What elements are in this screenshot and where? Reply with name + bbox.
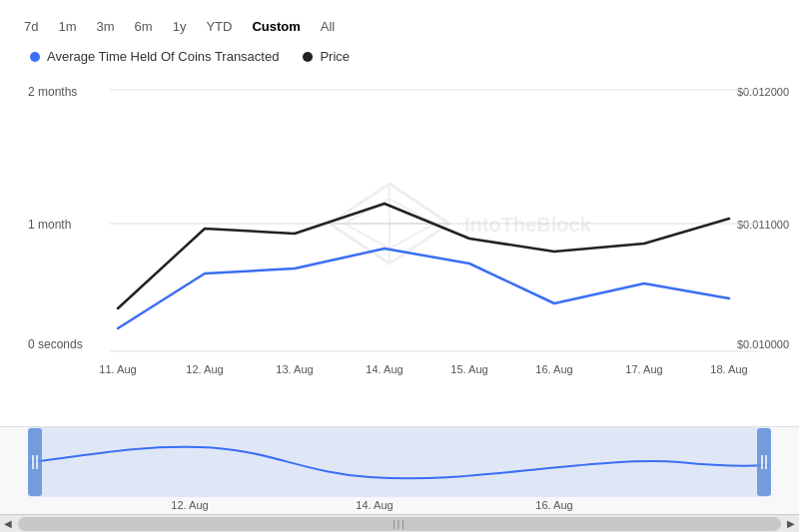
scrollbar[interactable]: ◀ ||| ▶ (0, 514, 799, 532)
time-range-toolbar: 7d1m3m6m1yYTDCustomAll (0, 10, 799, 45)
x-label-aug18: 18. Aug (710, 363, 747, 375)
chart-legend: Average Time Held Of Coins TransactedPri… (0, 45, 799, 74)
legend-item-black: Price (303, 49, 350, 64)
legend-item-blue: Average Time Held Of Coins Transacted (30, 49, 279, 64)
time-btn-7d[interactable]: 7d (16, 16, 46, 37)
time-btn-1y[interactable]: 1y (165, 16, 195, 37)
scroll-right-arrow[interactable]: ▶ (783, 516, 799, 532)
time-btn-custom[interactable]: Custom (244, 16, 308, 37)
x-label-aug17: 17. Aug (625, 363, 662, 375)
svg-text:IntoTheBlock: IntoTheBlock (464, 214, 592, 236)
y-right-label-2: $0.011000 (737, 219, 789, 231)
scrollbar-thumb[interactable]: ||| (18, 517, 781, 531)
x-label-aug13: 13. Aug (276, 363, 313, 375)
y-label-2months: 2 months (28, 85, 77, 99)
navigator-svg: 12. Aug 14. Aug 16. Aug (0, 427, 799, 514)
nav-x-aug14: 14. Aug (356, 499, 393, 511)
time-btn-all[interactable]: All (313, 16, 343, 37)
legend-label-blue: Average Time Held Of Coins Transacted (47, 49, 279, 64)
legend-dot-black (303, 52, 313, 62)
nav-x-aug12: 12. Aug (171, 499, 208, 511)
time-btn-ytd[interactable]: YTD (198, 16, 240, 37)
x-label-aug15: 15. Aug (450, 363, 487, 375)
legend-label-black: Price (320, 49, 350, 64)
main-chart-svg: 2 months 1 month 0 seconds $0.012000 $0.… (0, 74, 799, 393)
x-label-aug11: 11. Aug (99, 363, 136, 375)
y-right-label-1: $0.012000 (737, 86, 789, 98)
nav-handle-right[interactable] (757, 428, 771, 496)
main-chart-area: 2 months 1 month 0 seconds $0.012000 $0.… (0, 74, 799, 426)
legend-dot-blue (30, 52, 40, 62)
scroll-left-arrow[interactable]: ◀ (0, 516, 16, 532)
main-container: 7d1m3m6m1yYTDCustomAll Average Time Held… (0, 0, 799, 532)
nav-x-aug16: 16. Aug (535, 499, 572, 511)
time-btn-1m[interactable]: 1m (50, 16, 84, 37)
y-label-0seconds: 0 seconds (28, 337, 83, 351)
x-label-aug14: 14. Aug (366, 363, 402, 375)
x-label-aug12: 12. Aug (186, 363, 223, 375)
time-btn-6m[interactable]: 6m (127, 16, 161, 37)
scrollbar-grip: ||| (393, 519, 405, 529)
time-btn-3m[interactable]: 3m (89, 16, 123, 37)
x-label-aug16: 16. Aug (535, 363, 572, 375)
y-right-label-3: $0.010000 (737, 338, 789, 350)
y-label-1month: 1 month (28, 218, 71, 232)
blue-line (118, 249, 729, 328)
nav-handle-left[interactable] (28, 428, 42, 496)
navigator-panel: 12. Aug 14. Aug 16. Aug (0, 426, 799, 514)
